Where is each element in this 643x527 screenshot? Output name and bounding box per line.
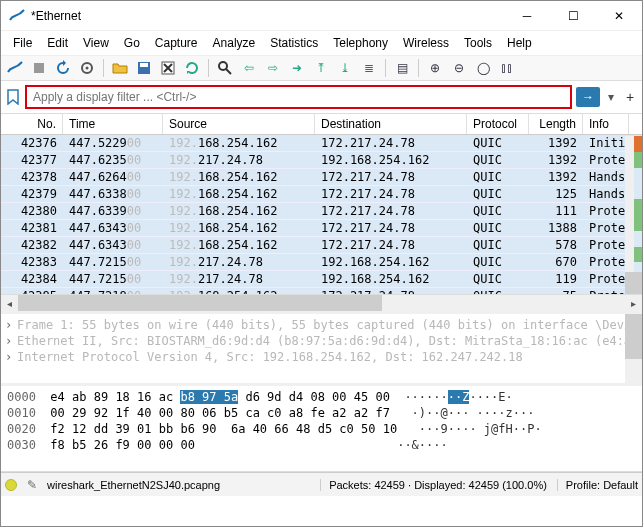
start-capture-icon[interactable]	[5, 58, 25, 78]
svg-point-2	[86, 67, 89, 70]
packet-details-pane[interactable]: ›Frame 1: 55 bytes on wire (440 bits), 5…	[1, 314, 642, 386]
auto-scroll-icon[interactable]: ≣	[359, 58, 379, 78]
table-row[interactable]: 42380447.633900192.168.254.162172.217.24…	[1, 203, 642, 220]
go-to-packet-icon[interactable]: ➜	[287, 58, 307, 78]
packet-list-vscroll[interactable]	[625, 136, 642, 294]
capture-file-properties-icon[interactable]: ✎	[27, 478, 37, 492]
separator	[385, 59, 386, 77]
status-bar: ✎ wireshark_EthernetN2SJ40.pcapng Packet…	[1, 472, 642, 496]
svg-rect-4	[140, 63, 148, 67]
menu-statistics[interactable]: Statistics	[264, 34, 324, 52]
menu-telephony[interactable]: Telephony	[327, 34, 394, 52]
packet-list-header: No. Time Source Destination Protocol Len…	[1, 114, 642, 135]
col-header-protocol[interactable]: Protocol	[467, 114, 529, 134]
svg-rect-0	[34, 63, 44, 73]
reload-icon[interactable]	[182, 58, 202, 78]
zoom-in-icon[interactable]: ⊕	[425, 58, 445, 78]
separator	[418, 59, 419, 77]
col-header-destination[interactable]: Destination	[315, 114, 467, 134]
table-row[interactable]: 42384447.721500192.217.24.78192.168.254.…	[1, 271, 642, 288]
tree-line[interactable]: Internet Protocol Version 4, Src: 192.16…	[17, 350, 523, 364]
display-filter-input[interactable]	[25, 85, 572, 109]
bookmark-icon[interactable]	[5, 85, 21, 109]
hex-row[interactable]: 0030 f8 b5 26 f9 00 00 00 ··&····	[7, 437, 636, 453]
details-vscroll[interactable]	[625, 314, 642, 383]
status-packets: Packets: 42459 · Displayed: 42459 (100.0…	[320, 479, 547, 491]
packet-list-hscroll[interactable]: ◂▸	[1, 294, 642, 311]
stop-capture-icon[interactable]	[29, 58, 49, 78]
open-file-icon[interactable]	[110, 58, 130, 78]
apply-filter-button[interactable]: →	[576, 87, 600, 107]
table-row[interactable]: 42385447.721800192.168.254.162172.217.24…	[1, 288, 642, 294]
table-row[interactable]: 42376447.522900192.168.254.162172.217.24…	[1, 135, 642, 152]
tree-line[interactable]: Ethernet II, Src: BIOSTARM_d6:9d:d4 (b8:…	[17, 334, 638, 348]
status-file: wireshark_EthernetN2SJ40.pcapng	[47, 479, 220, 491]
status-profile[interactable]: Profile: Default	[557, 479, 638, 491]
go-back-icon[interactable]: ⇦	[239, 58, 259, 78]
resize-columns-icon[interactable]: ⫿⫿	[497, 58, 517, 78]
menu-view[interactable]: View	[77, 34, 115, 52]
col-header-source[interactable]: Source	[163, 114, 315, 134]
main-toolbar: ⇦ ⇨ ➜ ⤒ ⤓ ≣ ▤ ⊕ ⊖ ◯ ⫿⫿	[1, 56, 642, 81]
hex-row[interactable]: 0020 f2 12 dd 39 01 bb b6 90 6a 40 66 48…	[7, 421, 636, 437]
menu-edit[interactable]: Edit	[41, 34, 74, 52]
separator	[103, 59, 104, 77]
capture-options-icon[interactable]	[77, 58, 97, 78]
add-filter-button[interactable]: +	[622, 89, 638, 105]
tree-line[interactable]: Frame 1: 55 bytes on wire (440 bits), 55…	[17, 318, 638, 332]
menu-help[interactable]: Help	[501, 34, 538, 52]
table-row[interactable]: 42379447.633800192.168.254.162172.217.24…	[1, 186, 642, 203]
col-header-time[interactable]: Time	[63, 114, 163, 134]
go-forward-icon[interactable]: ⇨	[263, 58, 283, 78]
table-row[interactable]: 42378447.626400192.168.254.162172.217.24…	[1, 169, 642, 186]
maximize-button[interactable]: ☐	[550, 1, 596, 30]
svg-point-6	[219, 62, 227, 70]
table-row[interactable]: 42382447.634300192.168.254.162172.217.24…	[1, 237, 642, 254]
colorize-icon[interactable]: ▤	[392, 58, 412, 78]
zoom-out-icon[interactable]: ⊖	[449, 58, 469, 78]
packet-list-pane: No. Time Source Destination Protocol Len…	[1, 114, 642, 314]
menu-wireless[interactable]: Wireless	[397, 34, 455, 52]
close-button[interactable]: ✕	[596, 1, 642, 30]
col-header-no[interactable]: No.	[1, 114, 63, 134]
menu-analyze[interactable]: Analyze	[207, 34, 262, 52]
table-row[interactable]: 42381447.634300192.168.254.162172.217.24…	[1, 220, 642, 237]
restart-capture-icon[interactable]	[53, 58, 73, 78]
menu-bar: File Edit View Go Capture Analyze Statis…	[1, 31, 642, 56]
window-title: *Ethernet	[31, 9, 504, 23]
col-header-info[interactable]: Info	[583, 114, 629, 134]
menu-capture[interactable]: Capture	[149, 34, 204, 52]
col-header-length[interactable]: Length	[529, 114, 583, 134]
hex-row[interactable]: 0010 00 29 92 1f 40 00 80 06 b5 ca c0 a8…	[7, 405, 636, 421]
minimize-button[interactable]: ─	[504, 1, 550, 30]
table-row[interactable]: 42377447.623500192.217.24.78192.168.254.…	[1, 152, 642, 169]
filter-bar: → ▾ +	[1, 81, 642, 114]
expert-info-icon[interactable]	[5, 479, 17, 491]
go-first-icon[interactable]: ⤒	[311, 58, 331, 78]
menu-file[interactable]: File	[7, 34, 38, 52]
go-last-icon[interactable]: ⤓	[335, 58, 355, 78]
save-file-icon[interactable]	[134, 58, 154, 78]
table-row[interactable]: 42383447.721500192.217.24.78192.168.254.…	[1, 254, 642, 271]
filter-history-dropdown[interactable]: ▾	[604, 90, 618, 104]
separator	[208, 59, 209, 77]
close-file-icon[interactable]	[158, 58, 178, 78]
menu-tools[interactable]: Tools	[458, 34, 498, 52]
zoom-reset-icon[interactable]: ◯	[473, 58, 493, 78]
app-icon	[9, 8, 25, 24]
packet-bytes-pane[interactable]: 0000 e4 ab 89 18 16 ac b8 97 5a d6 9d d4…	[1, 386, 642, 472]
find-packet-icon[interactable]	[215, 58, 235, 78]
hex-row[interactable]: 0000 e4 ab 89 18 16 ac b8 97 5a d6 9d d4…	[7, 389, 636, 405]
menu-go[interactable]: Go	[118, 34, 146, 52]
titlebar: *Ethernet ─ ☐ ✕	[1, 1, 642, 31]
